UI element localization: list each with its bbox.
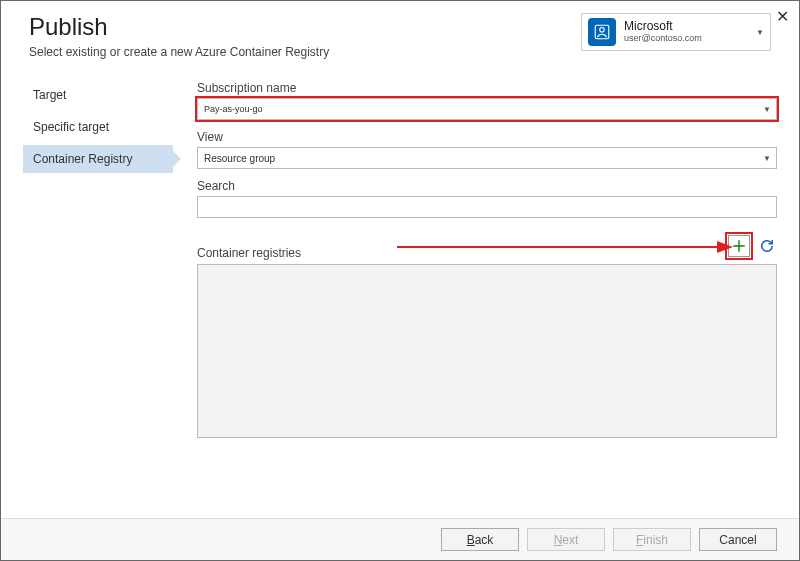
view-label: View (197, 130, 777, 144)
account-badge-icon (588, 18, 616, 46)
body: Target Specific target Container Registr… (1, 69, 799, 438)
callout-arrow (397, 238, 737, 256)
cancel-button[interactable]: Cancel (699, 528, 777, 551)
search-field: Search (197, 179, 777, 218)
subscription-label: Subscription name (197, 81, 777, 95)
finish-button: Finish (613, 528, 691, 551)
wizard-nav: Target Specific target Container Registr… (23, 75, 173, 438)
registries-header: Container registries (197, 232, 777, 260)
svg-marker-3 (717, 241, 733, 253)
close-icon[interactable]: ✕ (776, 7, 789, 26)
refresh-button[interactable] (757, 236, 777, 256)
nav-item-container-registry[interactable]: Container Registry (23, 145, 173, 173)
chevron-down-icon: ▼ (763, 105, 771, 114)
svg-point-0 (600, 28, 605, 33)
subscription-value: Pay-as-you-go (204, 104, 263, 114)
registries-label: Container registries (197, 246, 301, 260)
header: Publish Select existing or create a new … (1, 1, 799, 69)
account-email: user@contoso.com (624, 34, 702, 44)
footer: Back Next Finish Cancel (1, 518, 799, 560)
back-button[interactable]: Back (441, 528, 519, 551)
search-input[interactable] (197, 196, 777, 218)
search-label: Search (197, 179, 777, 193)
account-name: Microsoft (624, 20, 702, 33)
chevron-down-icon: ▼ (763, 154, 771, 163)
refresh-icon (758, 237, 776, 255)
account-picker[interactable]: Microsoft user@contoso.com ▼ (581, 13, 771, 51)
view-field: View Resource group ▼ (197, 130, 777, 169)
title-block: Publish Select existing or create a new … (29, 13, 329, 69)
nav-item-target[interactable]: Target (23, 81, 173, 109)
view-dropdown[interactable]: Resource group ▼ (197, 147, 777, 169)
publish-dialog: ✕ Publish Select existing or create a ne… (0, 0, 800, 561)
view-value: Resource group (204, 153, 275, 164)
subscription-field: Subscription name Pay-as-you-go ▼ (197, 81, 777, 120)
page-title: Publish (29, 13, 329, 41)
chevron-down-icon: ▼ (756, 28, 764, 37)
form-area: Subscription name Pay-as-you-go ▼ View R… (173, 75, 777, 438)
next-button: Next (527, 528, 605, 551)
subscription-dropdown[interactable]: Pay-as-you-go ▼ (197, 98, 777, 120)
account-text: Microsoft user@contoso.com (624, 20, 702, 43)
page-subtitle: Select existing or create a new Azure Co… (29, 45, 329, 59)
registries-list[interactable] (197, 264, 777, 438)
nav-item-specific-target[interactable]: Specific target (23, 113, 173, 141)
